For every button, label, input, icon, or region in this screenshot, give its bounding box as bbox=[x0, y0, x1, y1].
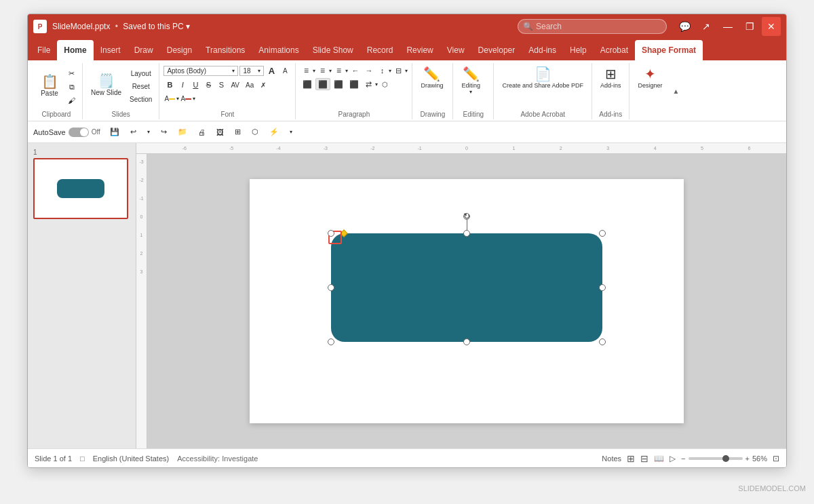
numbered-dropdown[interactable]: ▾ bbox=[329, 68, 332, 74]
open-button[interactable]: 📁 bbox=[174, 125, 191, 138]
create-pdf-button[interactable]: 📄 Create and Share Adobe PDF bbox=[498, 64, 587, 92]
font-name-selector[interactable]: Aptos (Body) ▾ bbox=[163, 66, 238, 76]
rotate-handle[interactable]: ↻ bbox=[463, 213, 470, 220]
tab-insert[interactable]: Insert bbox=[94, 40, 128, 60]
share-button[interactable]: ↗ bbox=[697, 17, 716, 36]
zoom-out-button[interactable]: − bbox=[681, 454, 685, 463]
designer-button[interactable]: ✦ Designer bbox=[634, 64, 666, 92]
increase-indent-button[interactable]: → bbox=[362, 64, 375, 77]
smartart-button[interactable]: ⬡ bbox=[248, 125, 263, 138]
cut-button[interactable]: ✂ bbox=[65, 67, 78, 79]
tab-file[interactable]: File bbox=[31, 40, 57, 60]
shadow-button[interactable]: S bbox=[215, 79, 227, 91]
handle-bottom-middle[interactable] bbox=[463, 338, 470, 345]
tab-addins[interactable]: Add-ins bbox=[522, 40, 563, 60]
customize-qat-button[interactable]: ▾ bbox=[286, 127, 296, 137]
tab-home[interactable]: Home bbox=[57, 40, 93, 60]
tab-record[interactable]: Record bbox=[360, 40, 400, 60]
slide-thumbnail[interactable] bbox=[33, 158, 128, 219]
tab-draw[interactable]: Draw bbox=[128, 40, 160, 60]
redo-button[interactable]: ↪ bbox=[157, 125, 171, 138]
smart-art-convert-button[interactable]: ⬡ bbox=[379, 78, 391, 90]
align-center-button[interactable]: ⬛ bbox=[315, 78, 330, 90]
line-spacing-button[interactable]: ↕ bbox=[376, 64, 388, 77]
tab-acrobat[interactable]: Acrobat bbox=[594, 40, 635, 60]
format-painter-button[interactable]: 🖌 bbox=[65, 94, 78, 106]
multilevel-list-button[interactable]: ≡ bbox=[332, 64, 345, 77]
handle-middle-left[interactable] bbox=[328, 284, 334, 291]
tab-slideshow[interactable]: Slide Show bbox=[306, 40, 360, 60]
handle-bottom-left[interactable] bbox=[328, 338, 334, 345]
decrease-indent-button[interactable]: ← bbox=[349, 64, 362, 77]
tab-review[interactable]: Review bbox=[400, 40, 440, 60]
drawing-button[interactable]: ✏️ Drawing bbox=[416, 64, 447, 92]
reading-view-button[interactable]: 📖 bbox=[654, 454, 664, 463]
tab-transitions[interactable]: Transitions bbox=[199, 40, 252, 60]
underline-button[interactable]: U bbox=[189, 79, 201, 91]
insert-table-button[interactable]: ⊞ bbox=[231, 125, 245, 138]
align-left-button[interactable]: ⬛ bbox=[300, 78, 315, 90]
tab-view[interactable]: View bbox=[440, 40, 471, 60]
selected-shape-container[interactable]: ↻ bbox=[331, 233, 602, 342]
restore-button[interactable]: ❐ bbox=[740, 17, 759, 36]
numbered-list-button[interactable]: ≡ bbox=[316, 64, 328, 77]
handle-top-left[interactable] bbox=[328, 230, 334, 237]
chevron-icon[interactable]: ▾ bbox=[186, 22, 190, 31]
handle-bottom-right[interactable] bbox=[599, 338, 606, 345]
italic-button[interactable]: I bbox=[176, 79, 189, 91]
editing-dropdown[interactable]: ▾ bbox=[469, 89, 472, 95]
columns-dropdown[interactable]: ▾ bbox=[405, 68, 408, 74]
textdir-dropdown[interactable]: ▾ bbox=[375, 81, 378, 88]
font-size-selector[interactable]: 18 ▾ bbox=[239, 66, 264, 76]
layout-button[interactable]: Layout bbox=[127, 67, 155, 79]
insert-picture-button[interactable]: 🖼 bbox=[212, 126, 228, 138]
search-input[interactable] bbox=[518, 19, 667, 34]
section-button[interactable]: Section bbox=[127, 93, 155, 105]
font-color-button[interactable]: A bbox=[180, 92, 192, 104]
font-highlight-button[interactable]: A bbox=[163, 92, 176, 104]
slide-canvas[interactable]: ↻ bbox=[147, 154, 786, 448]
notes-button[interactable]: Notes bbox=[602, 454, 621, 463]
minimize-button[interactable]: — bbox=[718, 17, 737, 36]
handle-top-middle[interactable] bbox=[463, 230, 470, 237]
decrease-font-button[interactable]: A bbox=[279, 64, 291, 77]
autosave-switch[interactable] bbox=[69, 128, 89, 137]
columns-button[interactable]: ⊟ bbox=[392, 64, 404, 77]
new-slide-button[interactable]: 🗒️ New Slide bbox=[87, 64, 125, 105]
zoom-in-button[interactable]: + bbox=[745, 454, 750, 463]
zoom-slider[interactable] bbox=[689, 457, 743, 460]
tab-help[interactable]: Help bbox=[563, 40, 594, 60]
align-right-button[interactable]: ⬛ bbox=[331, 78, 346, 90]
reset-button[interactable]: Reset bbox=[127, 80, 155, 92]
editing-button[interactable]: ✏️ Editing ▾ bbox=[457, 64, 484, 98]
font-highlight-dropdown[interactable]: ▾ bbox=[176, 96, 179, 102]
print-button[interactable]: 🖨 bbox=[194, 126, 210, 138]
slide-sorter-button[interactable]: ⊟ bbox=[640, 453, 648, 464]
undo-button[interactable]: ↩ bbox=[126, 125, 140, 138]
char-spacing-button[interactable]: AV bbox=[228, 79, 242, 91]
undo-dropdown[interactable]: ▾ bbox=[143, 127, 154, 137]
text-direction-button[interactable]: ⇄ bbox=[362, 78, 374, 90]
bold-button[interactable]: B bbox=[163, 79, 176, 91]
handle-middle-right[interactable] bbox=[599, 284, 606, 291]
quick-access-dropdown[interactable]: ⚡ bbox=[265, 125, 283, 138]
close-button[interactable]: ✕ bbox=[762, 17, 781, 36]
presenter-view-button[interactable]: ▷ bbox=[670, 454, 676, 463]
slide[interactable]: ↻ bbox=[250, 179, 684, 423]
font-color-dropdown[interactable]: ▾ bbox=[193, 96, 195, 102]
linespace-dropdown[interactable]: ▾ bbox=[389, 68, 391, 74]
increase-font-button[interactable]: A bbox=[265, 64, 277, 77]
tab-developer[interactable]: Developer bbox=[471, 40, 522, 60]
tab-design[interactable]: Design bbox=[160, 40, 199, 60]
clear-format-button[interactable]: ✗ bbox=[257, 79, 269, 91]
justify-button[interactable]: ⬛ bbox=[347, 78, 362, 90]
ribbon-collapse-button[interactable]: ▲ bbox=[671, 63, 682, 119]
accessibility-info[interactable]: Accessibility: Investigate bbox=[177, 454, 258, 463]
normal-view-button[interactable]: ⊞ bbox=[627, 453, 635, 464]
addins-button[interactable]: ⊞ Add-ins bbox=[596, 64, 625, 92]
save-toolbar-button[interactable]: 💾 bbox=[106, 125, 123, 138]
change-case-button[interactable]: Aa bbox=[243, 79, 256, 91]
multilevel-dropdown[interactable]: ▾ bbox=[345, 68, 348, 74]
rounded-rectangle-shape[interactable] bbox=[331, 233, 602, 342]
zoom-level[interactable]: 56% bbox=[752, 454, 767, 463]
